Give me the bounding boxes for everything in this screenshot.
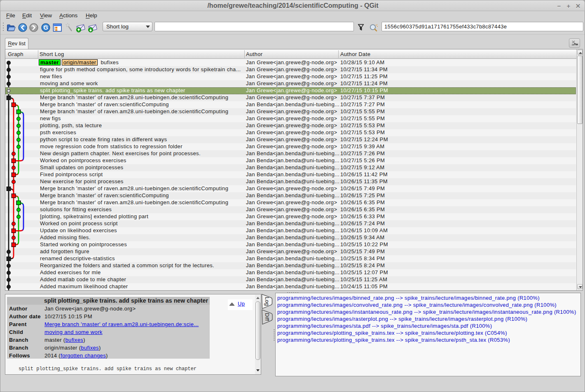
svg-text:Diff: Diff: [264, 313, 270, 321]
svg-text:Log: Log: [264, 297, 270, 306]
svg-text:G: G: [43, 24, 48, 31]
